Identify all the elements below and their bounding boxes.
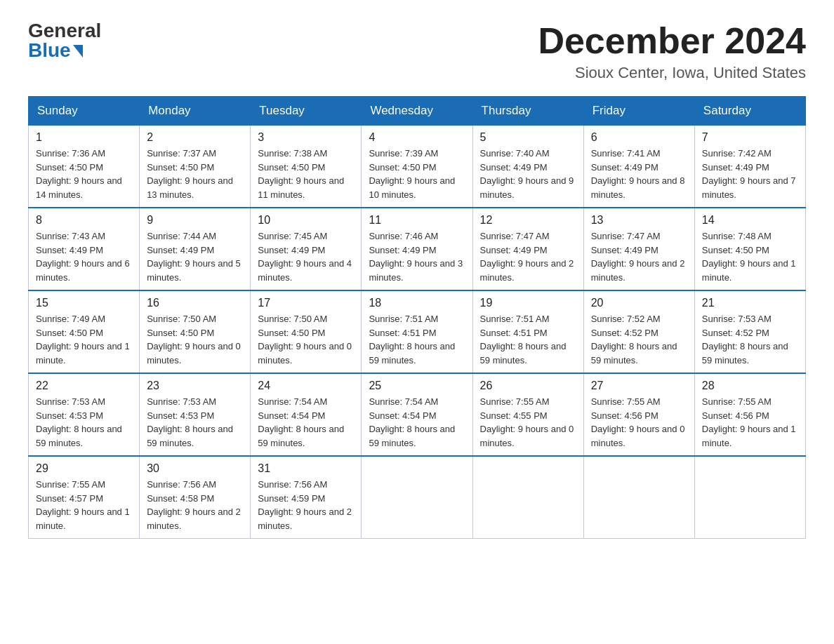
- calendar-day-cell: 18 Sunrise: 7:51 AMSunset: 4:51 PMDaylig…: [362, 290, 472, 373]
- day-info: Sunrise: 7:39 AMSunset: 4:50 PMDaylight:…: [369, 147, 465, 201]
- calendar-day-cell: 4 Sunrise: 7:39 AMSunset: 4:50 PMDayligh…: [362, 126, 472, 208]
- day-info: Sunrise: 7:48 AMSunset: 4:50 PMDaylight:…: [702, 229, 798, 284]
- day-of-week-header: Wednesday: [362, 97, 472, 126]
- calendar-week-row: 1 Sunrise: 7:36 AMSunset: 4:50 PMDayligh…: [29, 126, 806, 208]
- day-info: Sunrise: 7:52 AMSunset: 4:52 PMDaylight:…: [591, 312, 687, 367]
- day-info: Sunrise: 7:55 AMSunset: 4:57 PMDaylight:…: [36, 478, 132, 532]
- calendar-week-row: 22 Sunrise: 7:53 AMSunset: 4:53 PMDaylig…: [29, 373, 806, 456]
- day-number: 29: [36, 462, 132, 475]
- day-number: 17: [258, 297, 354, 309]
- day-info: Sunrise: 7:53 AMSunset: 4:52 PMDaylight:…: [702, 312, 798, 367]
- day-info: Sunrise: 7:55 AMSunset: 4:56 PMDaylight:…: [591, 395, 687, 450]
- calendar-day-cell: 2 Sunrise: 7:37 AMSunset: 4:50 PMDayligh…: [140, 126, 251, 208]
- day-number: 26: [480, 380, 576, 392]
- day-of-week-header: Sunday: [29, 97, 140, 126]
- day-number: 24: [258, 380, 354, 392]
- calendar-week-row: 15 Sunrise: 7:49 AMSunset: 4:50 PMDaylig…: [29, 290, 806, 373]
- day-info: Sunrise: 7:41 AMSunset: 4:49 PMDaylight:…: [591, 147, 687, 201]
- calendar-day-cell: 24 Sunrise: 7:54 AMSunset: 4:54 PMDaylig…: [251, 373, 362, 456]
- calendar-day-cell: 1 Sunrise: 7:36 AMSunset: 4:50 PMDayligh…: [29, 126, 140, 208]
- calendar-day-cell: 26 Sunrise: 7:55 AMSunset: 4:55 PMDaylig…: [472, 373, 583, 456]
- day-number: 15: [36, 297, 132, 309]
- day-info: Sunrise: 7:44 AMSunset: 4:49 PMDaylight:…: [147, 229, 243, 284]
- day-number: 8: [36, 214, 132, 227]
- day-of-week-header: Tuesday: [251, 97, 362, 126]
- calendar-day-cell: [583, 456, 694, 539]
- day-number: 14: [702, 214, 798, 227]
- calendar-day-cell: 13 Sunrise: 7:47 AMSunset: 4:49 PMDaylig…: [583, 208, 694, 290]
- day-info: Sunrise: 7:53 AMSunset: 4:53 PMDaylight:…: [147, 395, 243, 450]
- calendar-day-cell: 6 Sunrise: 7:41 AMSunset: 4:49 PMDayligh…: [583, 126, 694, 208]
- calendar-day-cell: 19 Sunrise: 7:51 AMSunset: 4:51 PMDaylig…: [472, 290, 583, 373]
- day-number: 21: [702, 297, 798, 309]
- calendar-day-cell: 29 Sunrise: 7:55 AMSunset: 4:57 PMDaylig…: [29, 456, 140, 539]
- calendar-day-cell: 5 Sunrise: 7:40 AMSunset: 4:49 PMDayligh…: [472, 126, 583, 208]
- day-of-week-header: Monday: [140, 97, 251, 126]
- day-number: 3: [258, 131, 354, 144]
- day-number: 12: [480, 214, 576, 227]
- day-info: Sunrise: 7:43 AMSunset: 4:49 PMDaylight:…: [36, 229, 132, 284]
- day-number: 19: [480, 297, 576, 309]
- day-number: 16: [147, 297, 243, 309]
- logo-blue-text: Blue: [28, 41, 83, 60]
- month-title: December 2024: [538, 21, 806, 61]
- day-number: 31: [258, 462, 354, 475]
- day-info: Sunrise: 7:42 AMSunset: 4:49 PMDaylight:…: [702, 147, 798, 201]
- calendar-day-cell: [472, 456, 583, 539]
- calendar-day-cell: 9 Sunrise: 7:44 AMSunset: 4:49 PMDayligh…: [140, 208, 251, 290]
- calendar-day-cell: 20 Sunrise: 7:52 AMSunset: 4:52 PMDaylig…: [583, 290, 694, 373]
- day-number: 2: [147, 131, 243, 144]
- day-info: Sunrise: 7:56 AMSunset: 4:58 PMDaylight:…: [147, 478, 243, 532]
- day-number: 23: [147, 380, 243, 392]
- calendar-week-row: 8 Sunrise: 7:43 AMSunset: 4:49 PMDayligh…: [29, 208, 806, 290]
- day-info: Sunrise: 7:51 AMSunset: 4:51 PMDaylight:…: [369, 312, 465, 367]
- calendar-day-cell: 31 Sunrise: 7:56 AMSunset: 4:59 PMDaylig…: [251, 456, 362, 539]
- day-number: 1: [36, 131, 132, 144]
- calendar-day-cell: 8 Sunrise: 7:43 AMSunset: 4:49 PMDayligh…: [29, 208, 140, 290]
- day-number: 7: [702, 131, 798, 144]
- calendar-header-row: SundayMondayTuesdayWednesdayThursdayFrid…: [29, 97, 806, 126]
- day-info: Sunrise: 7:36 AMSunset: 4:50 PMDaylight:…: [36, 147, 132, 201]
- day-info: Sunrise: 7:50 AMSunset: 4:50 PMDaylight:…: [258, 312, 354, 367]
- calendar-day-cell: 3 Sunrise: 7:38 AMSunset: 4:50 PMDayligh…: [251, 126, 362, 208]
- calendar-day-cell: [362, 456, 472, 539]
- day-of-week-header: Thursday: [472, 97, 583, 126]
- day-number: 22: [36, 380, 132, 392]
- calendar-day-cell: 23 Sunrise: 7:53 AMSunset: 4:53 PMDaylig…: [140, 373, 251, 456]
- calendar-day-cell: 14 Sunrise: 7:48 AMSunset: 4:50 PMDaylig…: [694, 208, 805, 290]
- day-number: 27: [591, 380, 687, 392]
- day-info: Sunrise: 7:55 AMSunset: 4:56 PMDaylight:…: [702, 395, 798, 450]
- day-info: Sunrise: 7:47 AMSunset: 4:49 PMDaylight:…: [480, 229, 576, 284]
- calendar-day-cell: [694, 456, 805, 539]
- day-number: 25: [369, 380, 465, 392]
- calendar-day-cell: 27 Sunrise: 7:55 AMSunset: 4:56 PMDaylig…: [583, 373, 694, 456]
- calendar-day-cell: 22 Sunrise: 7:53 AMSunset: 4:53 PMDaylig…: [29, 373, 140, 456]
- day-info: Sunrise: 7:55 AMSunset: 4:55 PMDaylight:…: [480, 395, 576, 450]
- day-info: Sunrise: 7:37 AMSunset: 4:50 PMDaylight:…: [147, 147, 243, 201]
- day-number: 9: [147, 214, 243, 227]
- day-number: 5: [480, 131, 576, 144]
- calendar-day-cell: 11 Sunrise: 7:46 AMSunset: 4:49 PMDaylig…: [362, 208, 472, 290]
- day-number: 4: [369, 131, 465, 144]
- day-info: Sunrise: 7:45 AMSunset: 4:49 PMDaylight:…: [258, 229, 354, 284]
- day-number: 30: [147, 462, 243, 475]
- calendar-day-cell: 25 Sunrise: 7:54 AMSunset: 4:54 PMDaylig…: [362, 373, 472, 456]
- day-number: 13: [591, 214, 687, 227]
- day-number: 11: [369, 214, 465, 227]
- logo-general-text: General: [28, 21, 101, 41]
- calendar-day-cell: 30 Sunrise: 7:56 AMSunset: 4:58 PMDaylig…: [140, 456, 251, 539]
- day-info: Sunrise: 7:54 AMSunset: 4:54 PMDaylight:…: [258, 395, 354, 450]
- calendar-week-row: 29 Sunrise: 7:55 AMSunset: 4:57 PMDaylig…: [29, 456, 806, 539]
- day-number: 20: [591, 297, 687, 309]
- calendar-day-cell: 10 Sunrise: 7:45 AMSunset: 4:49 PMDaylig…: [251, 208, 362, 290]
- day-info: Sunrise: 7:50 AMSunset: 4:50 PMDaylight:…: [147, 312, 243, 367]
- page-header: General Blue December 2024 Sioux Center,…: [28, 21, 806, 82]
- day-info: Sunrise: 7:54 AMSunset: 4:54 PMDaylight:…: [369, 395, 465, 450]
- day-info: Sunrise: 7:47 AMSunset: 4:49 PMDaylight:…: [591, 229, 687, 284]
- calendar-day-cell: 7 Sunrise: 7:42 AMSunset: 4:49 PMDayligh…: [694, 126, 805, 208]
- logo-triangle-icon: [73, 45, 83, 58]
- calendar-day-cell: 17 Sunrise: 7:50 AMSunset: 4:50 PMDaylig…: [251, 290, 362, 373]
- logo: General Blue: [28, 21, 101, 60]
- day-number: 6: [591, 131, 687, 144]
- day-info: Sunrise: 7:40 AMSunset: 4:49 PMDaylight:…: [480, 147, 576, 201]
